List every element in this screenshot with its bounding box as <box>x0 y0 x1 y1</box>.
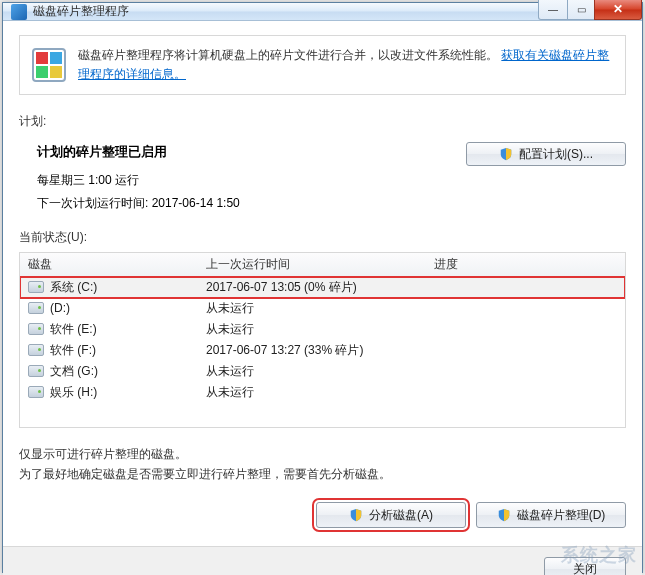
last-run-cell: 从未运行 <box>198 361 426 382</box>
shield-icon <box>499 147 513 161</box>
window-buttons: — ▭ ✕ <box>539 0 642 20</box>
drive-icon <box>28 344 44 356</box>
action-row: 分析磁盘(A) 磁盘碎片整理(D) <box>19 502 626 528</box>
disk-cell: 系统 (C:) <box>20 277 198 298</box>
schedule-row: 计划的碎片整理已启用 每星期三 1:00 运行 下一次计划运行时间: 2017-… <box>19 140 626 214</box>
table-row[interactable]: 软件 (E:)从未运行 <box>20 319 625 340</box>
window-title: 磁盘碎片整理程序 <box>33 3 539 20</box>
defrag-window: 磁盘碎片整理程序 — ▭ ✕ 磁盘碎片整理程序将计算机硬盘上的碎片文件进行合并，… <box>2 2 643 573</box>
progress-cell <box>426 340 625 361</box>
info-message: 磁盘碎片整理程序将计算机硬盘上的碎片文件进行合并，以改进文件系统性能。 获取有关… <box>78 46 613 84</box>
analyze-button[interactable]: 分析磁盘(A) <box>316 502 466 528</box>
drive-icon <box>28 302 44 314</box>
plan-label: 计划: <box>19 113 626 130</box>
col-progress-header[interactable]: 进度 <box>426 253 625 276</box>
drive-icon <box>28 365 44 377</box>
status-label: 当前状态(U): <box>19 229 626 246</box>
progress-cell <box>426 298 625 319</box>
schedule-line2: 下一次计划运行时间: 2017-06-14 1:50 <box>37 192 448 215</box>
table-row[interactable]: 娱乐 (H:)从未运行 <box>20 382 625 403</box>
last-run-cell: 2017-06-07 13:27 (33% 碎片) <box>198 340 426 361</box>
disk-cell: 软件 (F:) <box>20 340 198 361</box>
minimize-button[interactable]: — <box>538 0 568 20</box>
last-run-cell: 从未运行 <box>198 382 426 403</box>
disk-name: (D:) <box>50 301 70 315</box>
table-row[interactable]: 系统 (C:)2017-06-07 13:05 (0% 碎片) <box>20 277 625 298</box>
progress-cell <box>426 319 625 340</box>
table-body: 系统 (C:)2017-06-07 13:05 (0% 碎片)(D:)从未运行软… <box>20 277 625 403</box>
info-text: 磁盘碎片整理程序将计算机硬盘上的碎片文件进行合并，以改进文件系统性能。 <box>78 48 498 62</box>
table-row[interactable]: 软件 (F:)2017-06-07 13:27 (33% 碎片) <box>20 340 625 361</box>
col-last-header[interactable]: 上一次运行时间 <box>198 253 426 276</box>
last-run-cell: 从未运行 <box>198 319 426 340</box>
drive-icon <box>28 281 44 293</box>
schedule-line1: 每星期三 1:00 运行 <box>37 169 448 192</box>
schedule-heading: 计划的碎片整理已启用 <box>37 140 448 165</box>
disk-cell: 娱乐 (H:) <box>20 382 198 403</box>
disk-table: 磁盘 上一次运行时间 进度 系统 (C:)2017-06-07 13:05 (0… <box>19 252 626 428</box>
app-icon <box>11 4 27 20</box>
col-disk-header[interactable]: 磁盘 <box>20 253 198 276</box>
close-button[interactable]: 关闭 <box>544 557 626 575</box>
drive-icon <box>28 323 44 335</box>
window-close-button[interactable]: ✕ <box>594 0 642 20</box>
schedule-text: 计划的碎片整理已启用 每星期三 1:00 运行 下一次计划运行时间: 2017-… <box>19 140 448 214</box>
disk-name: 软件 (E:) <box>50 321 97 338</box>
disk-name: 系统 (C:) <box>50 279 97 296</box>
disk-name: 文档 (G:) <box>50 363 98 380</box>
disk-name: 软件 (F:) <box>50 342 96 359</box>
footer-note: 仅显示可进行碎片整理的磁盘。 为了最好地确定磁盘是否需要立即进行碎片整理，需要首… <box>19 444 626 485</box>
defrag-button-label: 磁盘碎片整理(D) <box>517 507 606 524</box>
progress-cell <box>426 361 625 382</box>
disk-cell: 软件 (E:) <box>20 319 198 340</box>
footer-line1: 仅显示可进行碎片整理的磁盘。 <box>19 444 626 464</box>
close-bar: 关闭 <box>3 546 642 575</box>
close-button-label: 关闭 <box>573 561 597 575</box>
table-header: 磁盘 上一次运行时间 进度 <box>20 253 625 277</box>
shield-icon <box>497 508 511 522</box>
progress-cell <box>426 277 625 298</box>
footer-line2: 为了最好地确定磁盘是否需要立即进行碎片整理，需要首先分析磁盘。 <box>19 464 626 484</box>
defrag-icon <box>30 46 68 84</box>
table-row[interactable]: 文档 (G:)从未运行 <box>20 361 625 382</box>
drive-icon <box>28 386 44 398</box>
last-run-cell: 2017-06-07 13:05 (0% 碎片) <box>198 277 426 298</box>
last-run-cell: 从未运行 <box>198 298 426 319</box>
disk-cell: 文档 (G:) <box>20 361 198 382</box>
titlebar: 磁盘碎片整理程序 — ▭ ✕ <box>3 3 642 21</box>
disk-cell: (D:) <box>20 298 198 319</box>
content-area: 磁盘碎片整理程序将计算机硬盘上的碎片文件进行合并，以改进文件系统性能。 获取有关… <box>3 21 642 546</box>
table-row[interactable]: (D:)从未运行 <box>20 298 625 319</box>
maximize-button[interactable]: ▭ <box>567 0 595 20</box>
progress-cell <box>426 382 625 403</box>
configure-schedule-button[interactable]: 配置计划(S)... <box>466 142 626 166</box>
disk-name: 娱乐 (H:) <box>50 384 97 401</box>
defrag-button[interactable]: 磁盘碎片整理(D) <box>476 502 626 528</box>
shield-icon <box>349 508 363 522</box>
configure-button-label: 配置计划(S)... <box>519 146 593 163</box>
analyze-button-label: 分析磁盘(A) <box>369 507 433 524</box>
info-banner: 磁盘碎片整理程序将计算机硬盘上的碎片文件进行合并，以改进文件系统性能。 获取有关… <box>19 35 626 95</box>
